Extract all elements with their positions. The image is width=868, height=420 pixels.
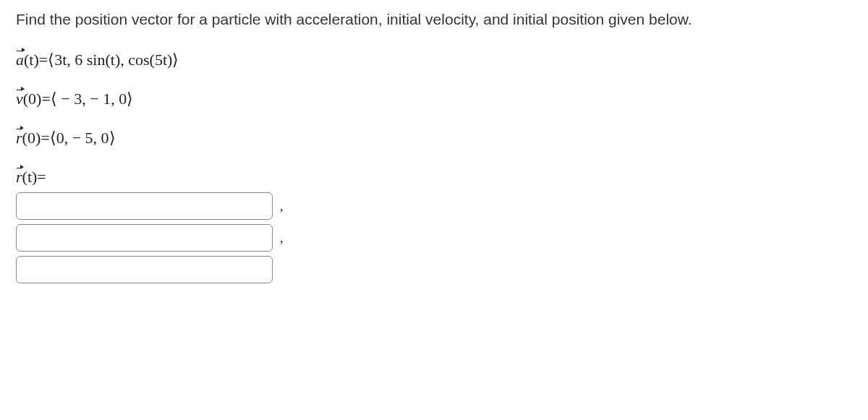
equation-rhs: ⟨3t, 6 sin(t), cos(5t)⟩ [48,51,179,69]
separator-comma: , [280,231,284,246]
equals-sign: = [37,168,46,187]
problem-container: Find the position vector for a particle … [0,0,868,296]
vector-symbol-rt: r [16,168,22,187]
vector-symbol-r0: r [16,129,22,147]
vector-symbol-v: v [16,90,23,108]
equation-rhs: ⟨ − 3, − 1, 0⟩ [51,90,133,108]
equation-rhs: ⟨0, − 5, 0⟩ [50,129,116,147]
separator-comma: , [280,199,284,214]
equation-result-label: r(t) = [16,168,852,187]
answer-row-z [16,256,852,283]
equation-initial-velocity: v(0) = ⟨ − 3, − 1, 0⟩ [16,90,852,108]
equation-arg: (0) [22,129,41,147]
vector-symbol-a: a [16,51,24,69]
answer-input-x[interactable] [16,192,273,220]
equation-arg: (0) [23,90,42,108]
equals-sign: = [41,129,49,147]
problem-statement: Find the position vector for a particle … [16,9,852,30]
equals-sign: = [41,90,50,108]
equation-initial-position: r(0) = ⟨0, − 5, 0⟩ [16,129,852,147]
answer-input-z[interactable] [16,256,273,283]
equation-arg: (t) [24,51,39,69]
equals-sign: = [39,51,48,69]
answer-row-x: , [16,192,852,220]
equation-arg: (t) [22,168,38,187]
answer-row-y: , [16,224,852,252]
equation-acceleration: a(t) = ⟨3t, 6 sin(t), cos(5t)⟩ [16,51,852,69]
answer-input-y[interactable] [16,224,273,252]
